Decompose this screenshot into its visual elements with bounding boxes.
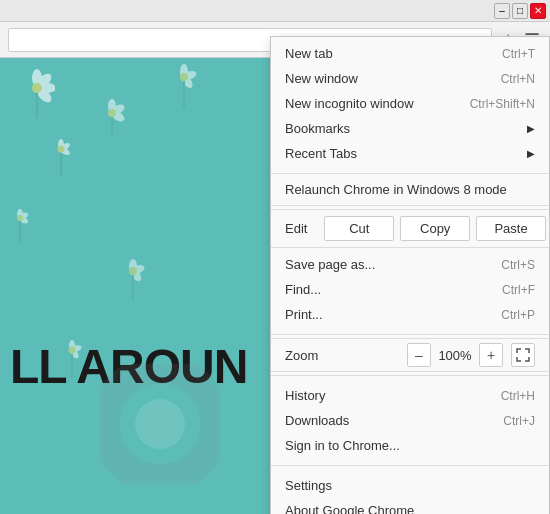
zoom-plus-button[interactable]: +	[479, 343, 503, 367]
svg-point-4	[32, 83, 42, 93]
flower-decoration	[20, 68, 55, 118]
svg-point-14	[180, 73, 188, 81]
zoom-row: Zoom – 100% +	[271, 338, 549, 372]
flower-decoration2	[100, 98, 125, 138]
chrome-menu: New tab Ctrl+T New window Ctrl+N New inc…	[270, 36, 550, 514]
svg-point-37	[135, 399, 185, 449]
menu-item-save-page[interactable]: Save page as... Ctrl+S	[271, 252, 549, 277]
title-bar: – □ ✕	[0, 0, 550, 22]
chrome-logo-watermark	[100, 364, 220, 484]
maximize-button[interactable]: □	[512, 3, 528, 19]
svg-point-24	[17, 215, 23, 221]
separator-5	[271, 465, 549, 466]
svg-point-29	[129, 267, 137, 275]
menu-item-new-incognito[interactable]: New incognito window Ctrl+Shift+N	[271, 91, 549, 116]
close-button[interactable]: ✕	[530, 3, 546, 19]
cut-button[interactable]: Cut	[324, 216, 394, 241]
svg-point-19	[58, 146, 65, 153]
flower-decoration3	[170, 63, 198, 108]
menu-item-settings[interactable]: Settings	[271, 473, 549, 498]
flower-decoration6	[120, 258, 146, 300]
menu-item-history[interactable]: History Ctrl+H	[271, 383, 549, 408]
minimize-button[interactable]: –	[494, 3, 510, 19]
menu-item-new-tab[interactable]: New tab Ctrl+T	[271, 41, 549, 66]
zoom-value: 100%	[433, 348, 477, 363]
page-content: LL AROUN	[0, 58, 275, 514]
separator-1	[271, 173, 549, 174]
paste-button[interactable]: Paste	[476, 216, 546, 241]
flower-decoration4	[50, 138, 72, 176]
edit-row: Edit Cut Copy Paste	[271, 209, 549, 248]
separator-4	[271, 375, 549, 376]
zoom-minus-button[interactable]: –	[407, 343, 431, 367]
menu-item-sign-in[interactable]: Sign in to Chrome...	[271, 433, 549, 458]
menu-item-recent-tabs[interactable]: Recent Tabs ▶	[271, 141, 549, 166]
svg-point-9	[108, 109, 116, 117]
fullscreen-icon	[516, 348, 530, 362]
copy-button[interactable]: Copy	[400, 216, 470, 241]
menu-item-relaunch[interactable]: Relaunch Chrome in Windows 8 mode	[271, 177, 549, 202]
menu-item-find[interactable]: Find... Ctrl+F	[271, 277, 549, 302]
menu-item-downloads[interactable]: Downloads Ctrl+J	[271, 408, 549, 433]
menu-item-bookmarks[interactable]: Bookmarks ▶	[271, 116, 549, 141]
menu-item-new-window[interactable]: New window Ctrl+N	[271, 66, 549, 91]
menu-item-about[interactable]: About Google Chrome	[271, 498, 549, 514]
zoom-fullscreen-button[interactable]	[511, 343, 535, 367]
separator-3	[271, 334, 549, 335]
menu-item-print[interactable]: Print... Ctrl+P	[271, 302, 549, 327]
separator-2	[271, 205, 549, 206]
flower-decoration5	[10, 208, 30, 243]
